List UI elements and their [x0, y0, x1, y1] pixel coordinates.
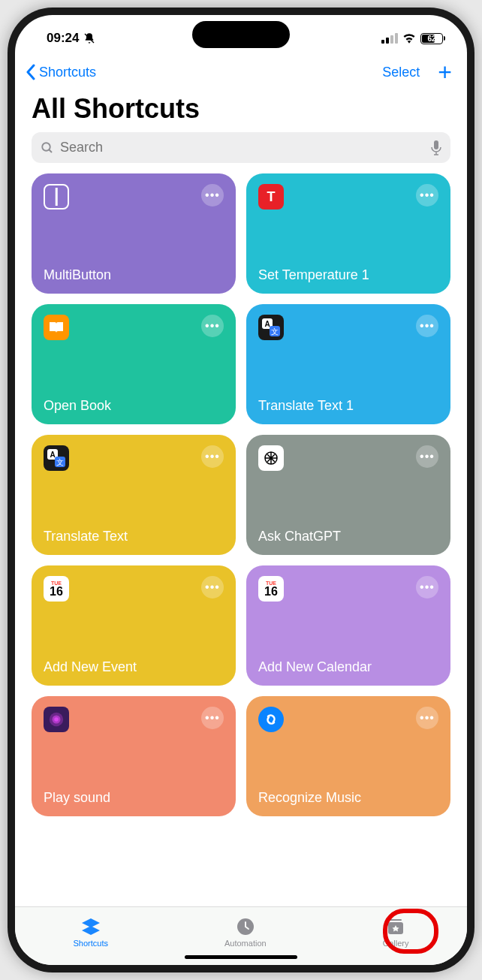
svg-rect-3: [434, 140, 438, 149]
shortcut-card-open-book[interactable]: ••• Open Book: [32, 304, 236, 424]
shortcut-card-add-new-calendar[interactable]: TUE 16 ••• Add New Calendar: [246, 565, 450, 686]
status-left: 09:24: [47, 31, 95, 46]
wifi-icon: [402, 33, 416, 44]
card-title: Open Book: [44, 398, 224, 414]
calendar-icon: TUE 16: [44, 576, 69, 602]
more-icon[interactable]: •••: [201, 576, 224, 599]
back-button[interactable]: Shortcuts: [26, 64, 96, 80]
more-icon[interactable]: •••: [201, 707, 224, 729]
svg-text:A: A: [264, 320, 270, 328]
page-title: All Shortcuts: [32, 93, 450, 125]
svg-point-15: [54, 717, 59, 722]
svg-point-1: [42, 143, 50, 151]
automation-icon: [236, 916, 255, 937]
svg-line-2: [49, 149, 52, 152]
shortcut-card-set-temperature[interactable]: T ••• Set Temperature 1: [246, 173, 450, 294]
shortcut-card-ask-chatgpt[interactable]: ••• Ask ChatGPT: [246, 435, 450, 555]
tab-shortcuts[interactable]: Shortcuts: [74, 916, 108, 948]
search-row: [15, 132, 467, 173]
svg-point-16: [261, 710, 281, 729]
select-button[interactable]: Select: [382, 65, 420, 80]
screen: 09:24 62 Shortcuts Select: [15, 15, 467, 965]
shortcuts-icon: [80, 916, 101, 937]
more-icon[interactable]: •••: [201, 184, 224, 207]
translate-icon: A文: [44, 445, 69, 471]
more-icon[interactable]: •••: [416, 315, 438, 337]
tab-label: Automation: [224, 939, 267, 948]
shortcuts-grid: ••• MultiButton T ••• Set Temperature 1 …: [15, 173, 467, 906]
svg-rect-18: [390, 919, 402, 921]
card-title: Translate Text: [44, 529, 224, 544]
split-icon: [44, 184, 69, 210]
card-title: Recognize Music: [258, 790, 438, 806]
card-title: Set Temperature 1: [258, 267, 438, 283]
cellular-icon: [381, 33, 398, 44]
svg-text:A: A: [50, 451, 55, 459]
phone-frame: 09:24 62 Shortcuts Select: [8, 8, 474, 972]
svg-text:文: 文: [56, 458, 64, 466]
sound-icon: [44, 707, 69, 732]
tab-gallery[interactable]: Gallery: [383, 916, 409, 948]
more-icon[interactable]: •••: [416, 707, 438, 729]
chatgpt-icon: [258, 445, 284, 471]
title-row: All Shortcuts: [15, 93, 467, 132]
tab-automation[interactable]: Automation: [224, 916, 267, 948]
nav-bar: Shortcuts Select +: [15, 56, 467, 93]
more-icon[interactable]: •••: [201, 445, 224, 468]
tesla-icon: T: [258, 184, 284, 210]
search-icon: [41, 141, 54, 155]
nav-right: Select +: [382, 60, 452, 84]
card-title: MultiButton: [44, 267, 224, 283]
shortcut-card-play-sound[interactable]: ••• Play sound: [32, 696, 236, 816]
status-time: 09:24: [47, 31, 79, 46]
card-title: Play sound: [44, 790, 224, 806]
book-icon: [44, 315, 69, 340]
card-title: Add New Calendar: [258, 659, 438, 675]
more-icon[interactable]: •••: [416, 576, 438, 599]
battery-icon: 62: [420, 33, 443, 44]
shortcut-card-multibutton[interactable]: ••• MultiButton: [32, 173, 236, 294]
calendar-icon: TUE 16: [258, 576, 284, 602]
tab-bar: Shortcuts Automation Gallery: [15, 906, 467, 965]
translate-icon: A文: [258, 315, 284, 340]
shortcut-card-translate-text-1[interactable]: A文 ••• Translate Text 1: [246, 304, 450, 424]
shazam-icon: [258, 707, 284, 732]
more-icon[interactable]: •••: [201, 315, 224, 337]
search-box[interactable]: [32, 132, 450, 163]
tab-label: Shortcuts: [74, 939, 108, 948]
card-title: Translate Text 1: [258, 398, 438, 414]
gallery-icon: [386, 916, 405, 937]
tab-label: Gallery: [383, 939, 409, 948]
more-icon[interactable]: •••: [416, 445, 438, 468]
search-input[interactable]: [60, 140, 425, 155]
shortcut-card-recognize-music[interactable]: ••• Recognize Music: [246, 696, 450, 816]
card-title: Ask ChatGPT: [258, 529, 438, 544]
back-label: Shortcuts: [39, 65, 96, 80]
dynamic-island: [192, 21, 290, 48]
shortcut-card-translate-text[interactable]: A文 ••• Translate Text: [32, 435, 236, 555]
card-title: Add New Event: [44, 659, 224, 675]
shortcut-card-add-new-event[interactable]: TUE 16 ••• Add New Event: [32, 565, 236, 686]
svg-text:文: 文: [271, 327, 279, 336]
silent-icon: [83, 32, 95, 44]
home-indicator[interactable]: [185, 955, 297, 959]
status-right: 62: [381, 33, 443, 44]
microphone-icon[interactable]: [431, 140, 441, 155]
add-button[interactable]: +: [438, 60, 452, 84]
more-icon[interactable]: •••: [416, 184, 438, 207]
